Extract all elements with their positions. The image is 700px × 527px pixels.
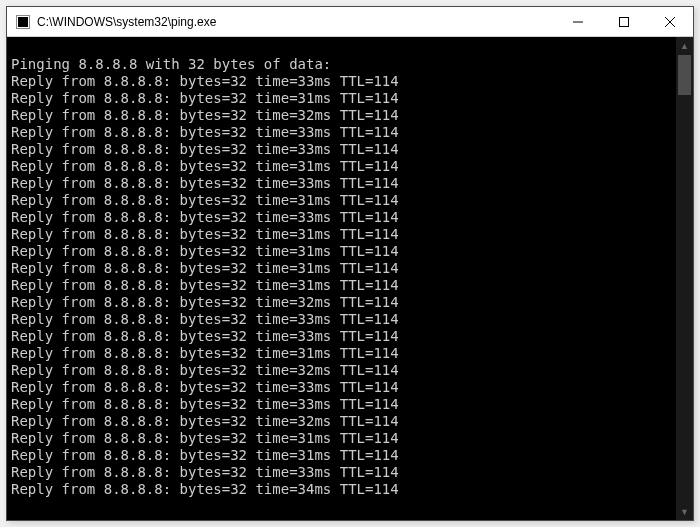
ping-reply-line: Reply from 8.8.8.8: bytes=32 time=31ms T… (11, 158, 672, 175)
ping-reply-line: Reply from 8.8.8.8: bytes=32 time=31ms T… (11, 192, 672, 209)
console-blank-line (11, 39, 672, 56)
scroll-down-arrow[interactable]: ▼ (676, 503, 693, 520)
console-area: Pinging 8.8.8.8 with 32 bytes of data:Re… (7, 37, 693, 520)
ping-reply-line: Reply from 8.8.8.8: bytes=32 time=31ms T… (11, 430, 672, 447)
vertical-scrollbar[interactable]: ▲ ▼ (676, 37, 693, 520)
ping-reply-line: Reply from 8.8.8.8: bytes=32 time=31ms T… (11, 243, 672, 260)
ping-reply-line: Reply from 8.8.8.8: bytes=32 time=32ms T… (11, 107, 672, 124)
ping-reply-line: Reply from 8.8.8.8: bytes=32 time=32ms T… (11, 413, 672, 430)
window-title: C:\WINDOWS\system32\ping.exe (37, 15, 555, 29)
ping-reply-line: Reply from 8.8.8.8: bytes=32 time=33ms T… (11, 124, 672, 141)
ping-reply-line: Reply from 8.8.8.8: bytes=32 time=33ms T… (11, 464, 672, 481)
ping-reply-line: Reply from 8.8.8.8: bytes=32 time=31ms T… (11, 260, 672, 277)
minimize-button[interactable] (555, 7, 601, 36)
ping-reply-line: Reply from 8.8.8.8: bytes=32 time=31ms T… (11, 447, 672, 464)
scroll-thumb[interactable] (678, 55, 691, 95)
ping-header-line: Pinging 8.8.8.8 with 32 bytes of data: (11, 56, 672, 73)
ping-reply-line: Reply from 8.8.8.8: bytes=32 time=33ms T… (11, 73, 672, 90)
ping-reply-line: Reply from 8.8.8.8: bytes=32 time=33ms T… (11, 396, 672, 413)
ping-reply-line: Reply from 8.8.8.8: bytes=32 time=31ms T… (11, 345, 672, 362)
ping-reply-line: Reply from 8.8.8.8: bytes=32 time=32ms T… (11, 362, 672, 379)
titlebar[interactable]: C:\WINDOWS\system32\ping.exe (7, 7, 693, 37)
ping-reply-line: Reply from 8.8.8.8: bytes=32 time=33ms T… (11, 141, 672, 158)
ping-reply-line: Reply from 8.8.8.8: bytes=32 time=33ms T… (11, 209, 672, 226)
close-button[interactable] (647, 7, 693, 36)
app-icon (15, 14, 31, 30)
svg-rect-1 (18, 17, 28, 27)
ping-reply-line: Reply from 8.8.8.8: bytes=32 time=33ms T… (11, 328, 672, 345)
svg-rect-3 (620, 17, 629, 26)
scroll-up-arrow[interactable]: ▲ (676, 37, 693, 54)
window-controls (555, 7, 693, 36)
ping-reply-line: Reply from 8.8.8.8: bytes=32 time=33ms T… (11, 175, 672, 192)
ping-reply-line: Reply from 8.8.8.8: bytes=32 time=31ms T… (11, 277, 672, 294)
maximize-button[interactable] (601, 7, 647, 36)
ping-reply-line: Reply from 8.8.8.8: bytes=32 time=31ms T… (11, 226, 672, 243)
ping-reply-line: Reply from 8.8.8.8: bytes=32 time=31ms T… (11, 90, 672, 107)
console-output[interactable]: Pinging 8.8.8.8 with 32 bytes of data:Re… (7, 37, 676, 520)
ping-reply-line: Reply from 8.8.8.8: bytes=32 time=34ms T… (11, 481, 672, 498)
ping-reply-line: Reply from 8.8.8.8: bytes=32 time=32ms T… (11, 294, 672, 311)
console-window: C:\WINDOWS\system32\ping.exe Pinging 8.8… (6, 6, 694, 521)
ping-reply-line: Reply from 8.8.8.8: bytes=32 time=33ms T… (11, 311, 672, 328)
ping-reply-line: Reply from 8.8.8.8: bytes=32 time=33ms T… (11, 379, 672, 396)
